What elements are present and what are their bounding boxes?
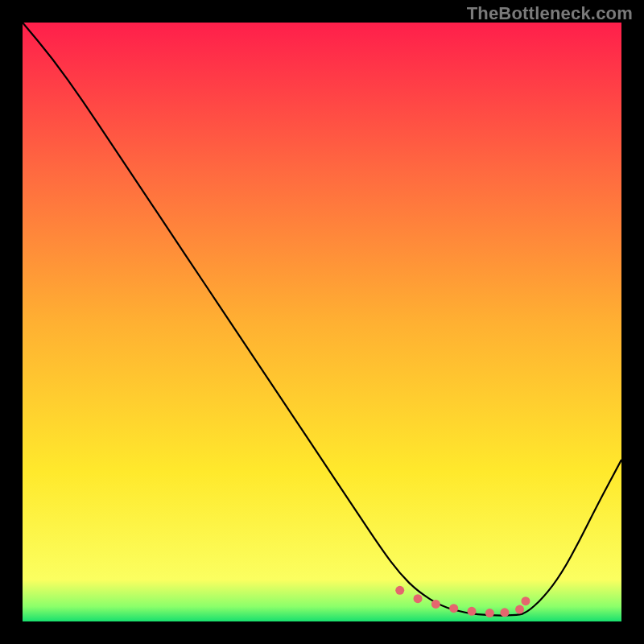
- watermark-text: TheBottleneck.com: [467, 3, 633, 24]
- marker-dot: [500, 608, 509, 617]
- marker-dot: [468, 607, 477, 616]
- marker-dot: [414, 594, 423, 603]
- marker-dot: [515, 605, 524, 614]
- marker-dot: [449, 604, 458, 613]
- marker-dot: [521, 597, 530, 605]
- gradient-background: [23, 23, 621, 621]
- chart-frame: TheBottleneck.com: [0, 0, 644, 644]
- chart-svg: [23, 23, 621, 621]
- marker-dot: [395, 586, 404, 595]
- marker-dot: [485, 609, 494, 617]
- marker-dot: [431, 600, 440, 609]
- plot-area: [23, 23, 621, 621]
